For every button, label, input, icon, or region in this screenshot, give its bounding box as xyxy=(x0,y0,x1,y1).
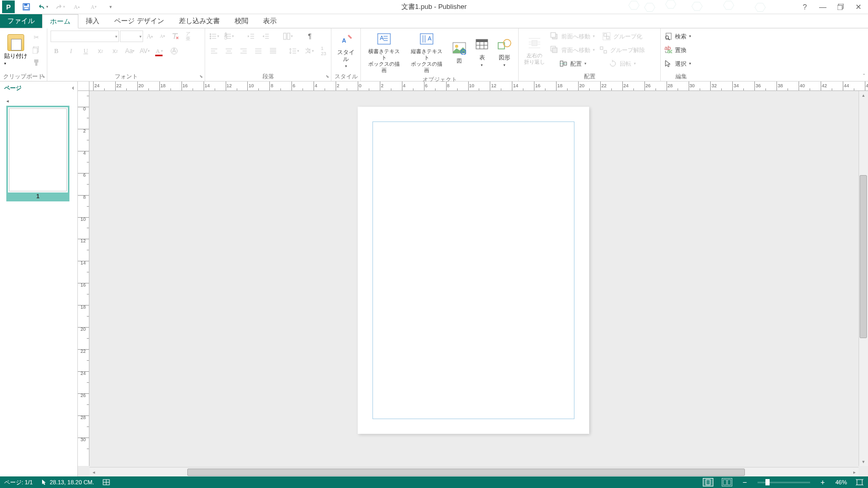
zoom-slider[interactable] xyxy=(758,482,810,483)
line-spacing-icon[interactable]: ▾ xyxy=(288,45,300,57)
subscript-icon[interactable]: x2 xyxy=(95,45,106,57)
text-effects-icon[interactable]: A xyxy=(168,45,180,57)
tab-mailings[interactable]: 差し込み文書 xyxy=(171,14,227,28)
char-spacing-icon[interactable]: AV▾ xyxy=(139,45,150,57)
font-grow-icon[interactable]: A▴ xyxy=(72,2,82,12)
format-painter-icon[interactable] xyxy=(31,57,42,68)
v-scroll-thumb[interactable] xyxy=(860,175,867,338)
phonetic-guide-icon[interactable]: ア亜 xyxy=(182,30,194,42)
scroll-down-icon[interactable]: ▾ xyxy=(859,458,867,466)
horizontal-ruler[interactable]: 2422201816141210864202468101214161820222… xyxy=(89,82,868,91)
scroll-left-icon[interactable]: ◂ xyxy=(89,468,98,476)
clear-format-icon[interactable] xyxy=(169,30,181,42)
tab-file[interactable]: ファイル xyxy=(0,14,42,28)
bold-icon[interactable]: B xyxy=(51,45,62,57)
picture-button[interactable]: 図 xyxy=(448,39,470,65)
shapes-button[interactable]: 図形▾ xyxy=(493,35,516,68)
v-textbox-icon: A xyxy=(418,30,435,47)
font-size-combo[interactable]: ▾ xyxy=(120,30,143,42)
tab-view[interactable]: 表示 xyxy=(256,14,284,28)
ungroup-button[interactable]: グループ解除 xyxy=(599,44,645,56)
vertical-scrollbar[interactable]: ▴ ▾ xyxy=(859,91,868,466)
numbering-icon[interactable]: 123▾ xyxy=(223,30,235,42)
zoom-in-icon[interactable]: + xyxy=(819,478,827,486)
thumb-expand-icon[interactable]: ◂ xyxy=(6,98,71,104)
bring-forward-button[interactable]: 前面へ移動▾ xyxy=(550,30,595,42)
vertical-ruler[interactable]: 024681012141618202224262830 xyxy=(78,91,89,466)
shrink-font-icon[interactable]: A▾ xyxy=(157,30,168,42)
tab-page-design[interactable]: ページ デザイン xyxy=(107,14,171,28)
collapse-panel-icon[interactable]: ‹ xyxy=(72,84,74,92)
zoom-out-icon[interactable]: − xyxy=(741,478,749,486)
font-color-icon[interactable]: A▾ xyxy=(154,45,165,57)
help-icon[interactable]: ? xyxy=(801,3,809,11)
select-button[interactable]: 選択▾ xyxy=(664,58,691,69)
draw-v-textbox-button[interactable]: A 縦書きテキスト ボックスの描画 xyxy=(406,29,448,75)
hyphenation-icon[interactable]: 123 xyxy=(318,45,329,57)
group-button[interactable]: グループ化 xyxy=(599,30,645,42)
paragraph-launcher-icon[interactable]: ⬊ xyxy=(326,74,329,79)
align-center-icon[interactable] xyxy=(223,45,235,57)
change-case-icon[interactable]: Aa▾ xyxy=(124,45,136,57)
paste-button[interactable]: 貼り付け▾ xyxy=(2,33,29,67)
align-right-icon[interactable] xyxy=(238,45,249,57)
fit-page-icon[interactable] xyxy=(855,479,864,486)
font-name-combo[interactable]: ▾ xyxy=(51,30,119,42)
text-direction-icon[interactable]: 文▾ xyxy=(303,45,315,57)
minimize-icon[interactable]: — xyxy=(819,3,827,11)
special-chars-icon[interactable]: ¶ xyxy=(304,30,316,42)
superscript-icon[interactable]: x2 xyxy=(109,45,121,57)
scroll-up-icon[interactable]: ▴ xyxy=(859,91,867,99)
font-shrink-icon[interactable]: A▾ xyxy=(88,2,99,12)
restore-icon[interactable] xyxy=(836,3,845,11)
table-icon xyxy=(473,36,490,53)
two-page-view-icon[interactable] xyxy=(722,478,732,486)
scroll-right-icon[interactable]: ▸ xyxy=(850,468,859,476)
send-backward-button[interactable]: 背面へ移動▾ xyxy=(550,44,595,56)
italic-icon[interactable]: I xyxy=(65,45,77,57)
bullets-icon[interactable]: ▾ xyxy=(208,30,220,42)
styles-button[interactable]: A スタイル▾ xyxy=(334,30,358,70)
page-thumbnail-1[interactable]: 1 xyxy=(6,106,69,201)
grow-font-icon[interactable]: A▴ xyxy=(144,30,156,42)
canvas[interactable] xyxy=(89,91,859,466)
columns-icon[interactable]: ▾ xyxy=(282,30,294,42)
undo-icon[interactable]: ▾ xyxy=(38,2,48,12)
decrease-indent-icon[interactable] xyxy=(245,30,257,42)
redo-icon[interactable]: ▾ xyxy=(55,2,65,12)
align-left-icon[interactable] xyxy=(208,45,220,57)
rotate-button[interactable]: 回転▾ xyxy=(599,58,645,69)
table-button[interactable]: 表▾ xyxy=(470,35,493,68)
single-page-view-icon[interactable] xyxy=(703,478,713,486)
qat-customize-icon[interactable]: ▾ xyxy=(105,2,116,12)
justify-icon[interactable] xyxy=(253,45,264,57)
find-button[interactable]: 検索▾ xyxy=(664,30,691,42)
shapes-icon xyxy=(496,36,513,53)
save-icon[interactable] xyxy=(21,2,32,12)
h-scroll-thumb[interactable] xyxy=(187,469,745,476)
cut-icon[interactable]: ✂ xyxy=(31,32,42,43)
collapse-ribbon-icon[interactable]: ˇ xyxy=(863,74,865,79)
underline-icon[interactable]: U xyxy=(80,45,92,57)
replace-button[interactable]: abac置換 xyxy=(664,44,687,56)
tab-insert[interactable]: 挿入 xyxy=(78,14,107,28)
distribute-icon[interactable] xyxy=(267,45,279,57)
tab-review[interactable]: 校閲 xyxy=(227,14,256,28)
page-indicator[interactable]: ページ: 1/1 xyxy=(4,479,33,486)
svg-marker-6 xyxy=(692,2,702,11)
wrap-text-button[interactable]: 左右の 折り返し xyxy=(521,34,548,66)
font-launcher-icon[interactable]: ⬊ xyxy=(199,74,203,79)
publisher-icon: P xyxy=(2,1,15,13)
document-page[interactable] xyxy=(358,107,589,434)
increase-indent-icon[interactable] xyxy=(260,30,271,42)
svg-rect-80 xyxy=(532,40,537,46)
zoom-slider-handle[interactable] xyxy=(765,479,770,485)
horizontal-scrollbar[interactable]: ◂ ▸ xyxy=(89,467,859,476)
zoom-level[interactable]: 46% xyxy=(835,479,847,485)
align-button[interactable]: 配置▾ xyxy=(550,58,595,69)
close-icon[interactable]: ✕ xyxy=(854,3,863,11)
clipboard-launcher-icon[interactable]: ⬊ xyxy=(42,74,45,79)
copy-icon[interactable] xyxy=(31,44,42,56)
draw-h-textbox-button[interactable]: A 横書きテキスト ボックスの描画 xyxy=(363,29,406,75)
tab-home[interactable]: ホーム xyxy=(42,14,78,28)
